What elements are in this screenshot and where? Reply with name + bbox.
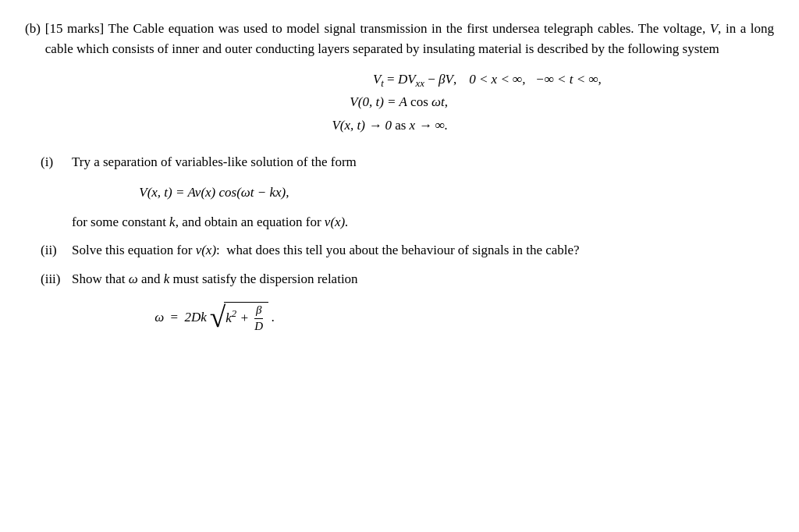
problem-part-b: (b) [15 marks] The Cable equation was us…: [25, 19, 774, 340]
sqrt-expression: √ k2 + β D: [210, 302, 268, 334]
sub-iii-label: (iii): [41, 269, 69, 289]
sqrt-sign: √: [210, 305, 226, 330]
sub-ii-label: (ii): [41, 240, 69, 261]
eq2-content: V(0, t) = A cos ωt,: [189, 92, 454, 112]
vxt-equation: V(x, t) = Av(x) cos(ωt − kx),: [72, 183, 357, 203]
eq2-spacer: [454, 92, 610, 112]
sub-i-followup: for some constant k, and obtain an equat…: [72, 215, 349, 229]
beta-over-D: β D: [253, 303, 265, 334]
omega-eq-content: ω = 2Dk √ k2 + β D: [154, 302, 275, 334]
sub-i-intro: Try a separation of variables-like solut…: [72, 154, 357, 169]
marks: [15 marks]: [45, 21, 104, 36]
sub-ii-text: Solve this equation for v(x): what does …: [72, 240, 580, 261]
sub-iii-content: Show that ω and k must satisfy the dispe…: [72, 271, 358, 286]
sub-iii-container: (iii) Show that ω and k must satisfy the…: [41, 269, 774, 340]
dispersion-equation: ω = 2Dk √ k2 + β D: [72, 302, 358, 334]
part-b-text: [15 marks] The Cable equation was used t…: [45, 19, 774, 60]
eq3-spacer: [454, 115, 610, 136]
sqrt-content: k2 + β D: [224, 302, 268, 334]
page-content: (b) [15 marks] The Cable equation was us…: [25, 19, 774, 340]
eq1-content: Vt = DVxx − βV,: [197, 69, 463, 90]
sub-ii-content: Solve this equation for v(x): what does …: [72, 243, 580, 257]
part-label: (b): [25, 19, 41, 39]
sub-i-label: (i): [41, 152, 69, 172]
sub-ii-container: (ii) Solve this equation for v(x): what …: [41, 240, 774, 261]
eq1-condition: 0 < x < ∞, −∞ < t < ∞,: [463, 69, 602, 90]
eq3-row: V(x, t) → 0 as x → ∞.: [25, 115, 774, 136]
equation-system: Vt = DVxx − βV, 0 < x < ∞, −∞ < t < ∞, V…: [25, 69, 774, 136]
eq2-row: V(0, t) = A cos ωt,: [25, 92, 774, 112]
sub-i-text: Try a separation of variables-like solut…: [72, 152, 357, 232]
intro-text: The Cable equation was used to model sig…: [45, 21, 774, 56]
part-b-header: (b) [15 marks] The Cable equation was us…: [25, 19, 774, 60]
sub-i-container: (i) Try a separation of variables-like s…: [41, 152, 774, 232]
eq1-row: Vt = DVxx − βV, 0 < x < ∞, −∞ < t < ∞,: [25, 69, 774, 90]
sub-iii-text: Show that ω and k must satisfy the dispe…: [72, 269, 358, 340]
eq3-content: V(x, t) → 0 as x → ∞.: [189, 115, 454, 136]
